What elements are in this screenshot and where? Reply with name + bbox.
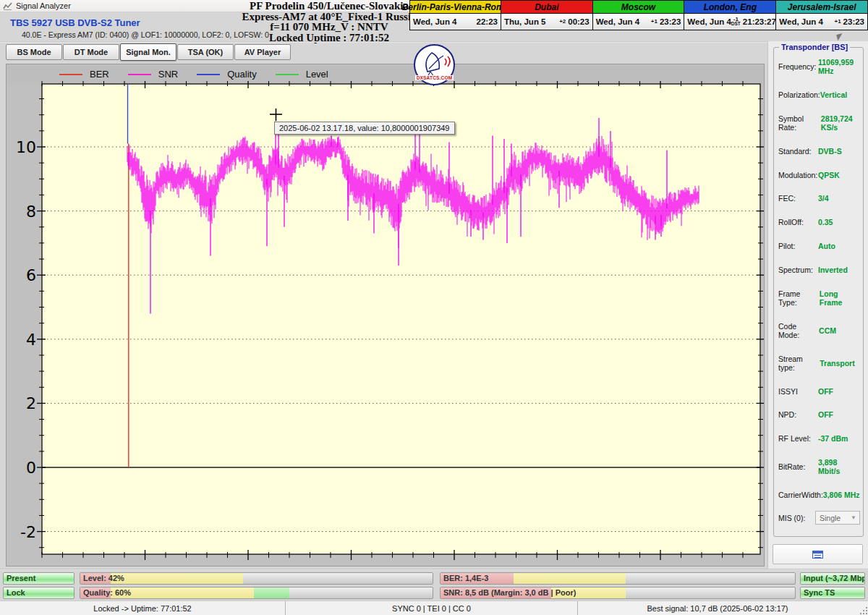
tab-bs-mode[interactable]: BS Mode xyxy=(6,44,62,60)
satellite-dish-icon xyxy=(417,47,454,77)
clock-date: Wed, Jun 4 xyxy=(687,17,731,26)
tab-dt-mode[interactable]: DT Mode xyxy=(63,44,119,60)
status-bar: Locked -> Uptime: 77:01:52 SYNC 0 | TEI … xyxy=(0,601,868,615)
tp-row-code-mode: Code Mode:CCM xyxy=(778,322,860,339)
sync-ts-indicator: Sync TS xyxy=(800,587,865,599)
dxsatcs-logo: DXSATCS.COM xyxy=(414,44,455,85)
clock-london: London, Eng Wed, Jun 4 -1 DST 21:23:27 xyxy=(684,0,776,30)
tp-row-frequency: Frequency:11069,959 MHz xyxy=(778,58,860,75)
svg-text:8: 8 xyxy=(26,203,36,221)
window-title: Signal Analyzer xyxy=(16,1,71,10)
snr-trend-chart[interactable]: 1086420-2 xyxy=(7,64,764,566)
clock-date: Wed, Jun 4 xyxy=(779,17,823,26)
site-line-2: Express-AM7 at 40°E_Fixed-1 Russia xyxy=(224,12,434,22)
clock-time: 21:23:27 xyxy=(743,17,776,26)
transponder-groupbox: Transponder [BS] Frequency:11069,959 MHz… xyxy=(773,47,864,537)
tp-row-bitrate: BitRate:3,898 Mbit/s xyxy=(778,458,860,475)
tp-row-standard: Standard:DVB-S xyxy=(778,147,860,156)
svg-text:6: 6 xyxy=(26,266,36,284)
tp-row-npd: NPD:OFF xyxy=(778,410,860,419)
clock-city-label: Jerusalem-Israel xyxy=(776,1,867,14)
clock-dubai: Dubai Thu, Jun 5 +2 00:23 xyxy=(501,0,593,30)
tp-row-modulation: Modulation:QPSK xyxy=(778,171,860,179)
chevron-down-icon: ▼ xyxy=(851,514,859,521)
clock-time: 00:23 xyxy=(568,17,589,26)
lock-indicator: Lock xyxy=(3,587,75,599)
mis-select[interactable]: Single ▼ xyxy=(815,511,860,525)
tp-row-pilot: Pilot:Auto xyxy=(778,242,860,250)
ber-bar: BER: 1,4E-3 xyxy=(440,572,796,585)
site-line-3: f=11 070 MHz_V : NNTV xyxy=(224,22,434,33)
transponder-panel: Transponder [BS] Frequency:11069,959 MHz… xyxy=(767,41,868,569)
tp-row-carrierwidth: CarrierWidth:3,806 MHz xyxy=(778,491,860,499)
quality-fill-seg xyxy=(111,588,254,598)
tp-row-spectrum: Spectrum:Inverted xyxy=(778,266,860,274)
status-sync-counters: SYNC 0 | TEI 0 | CC 0 xyxy=(285,601,578,615)
status-uptime: Locked -> Uptime: 77:01:52 xyxy=(0,601,285,615)
world-clocks: Berlin-Paris-Vienna-Roma Wed, Jun 4 22:2… xyxy=(409,0,868,30)
clock-date: Thu, Jun 5 xyxy=(504,17,546,26)
tp-row-rolloff: RollOff:0.35 xyxy=(778,218,860,226)
transport-list-button[interactable] xyxy=(773,544,863,564)
tp-row-rf-level: RF Level:-37 dBm xyxy=(778,434,860,443)
mis-row: MIS (0): Single ▼ xyxy=(778,511,860,525)
clock-offset: +1 xyxy=(834,20,841,25)
level-fill-seg xyxy=(111,573,244,584)
ber-fill-seg xyxy=(514,573,625,584)
bars-divider xyxy=(0,569,868,570)
clock-moscow: Moscow Wed, Jun 4 +1 23:23 xyxy=(593,0,685,30)
status-best-signal: Best signal: 10,7 dB (2025-06-02 13:17) xyxy=(578,601,857,615)
mouse-cursor-icon: ◤ xyxy=(835,31,844,42)
tuner-name: TBS 5927 USB DVB-S2 Tuner xyxy=(10,17,140,28)
tp-row-symbol-rate: Symbol Rate:2819,724 KS/s xyxy=(778,114,860,132)
clock-dst-note: DST xyxy=(731,22,741,27)
svg-text:-2: -2 xyxy=(20,523,36,541)
svg-text:0: 0 xyxy=(26,459,36,477)
tp-row-polarization: Polarization:Vertical xyxy=(778,90,860,99)
chart-tooltip: 2025-06-02 13.17.18, value: 10,800000190… xyxy=(274,122,455,135)
svg-text:4: 4 xyxy=(26,331,36,349)
tab-tsa[interactable]: TSA (OK) xyxy=(177,44,234,60)
app-icon xyxy=(3,2,12,10)
list-icon xyxy=(812,551,823,559)
svg-text:2: 2 xyxy=(26,394,36,412)
clock-date: Wed, Jun 4 xyxy=(413,17,457,26)
tp-row-fec: FEC:3/4 xyxy=(778,194,860,203)
clock-city-label: Berlin-Paris-Vienna-Roma xyxy=(410,1,501,14)
quality-green-seg xyxy=(254,588,290,598)
clock-time: 22:23 xyxy=(477,17,498,26)
clock-city-label: Moscow xyxy=(593,1,684,14)
snr-bar: SNR: 8,5 dB (Margin: 3,0 dB | Poor) xyxy=(440,587,796,599)
clock-time: 23:23 xyxy=(843,17,864,26)
clock-city-label: Dubai xyxy=(501,1,592,14)
logo-text: DXSATCS.COM xyxy=(415,75,454,80)
tp-row-issyi: ISSYIOFF xyxy=(778,387,860,396)
svg-text:10: 10 xyxy=(16,138,36,156)
clock-time: 23:23 xyxy=(660,17,681,26)
clock-jerusalem: Jerusalem-Israel Wed, Jun 4 +1 23:23 xyxy=(776,0,868,30)
tab-signal-mon[interactable]: Signal Mon. xyxy=(120,43,176,61)
present-indicator: Present xyxy=(3,572,75,585)
level-bar: Level: 42% xyxy=(80,572,433,585)
resize-grip[interactable] xyxy=(859,606,868,615)
input-indicator: Input (~3,72 Mbps) xyxy=(800,572,865,585)
tp-row-frame-type: Frame Type:Long Frame xyxy=(778,289,860,307)
tab-av-player[interactable]: AV Player xyxy=(234,44,291,60)
transponder-title: Transponder [BS] xyxy=(779,43,850,51)
clock-offset: +2 xyxy=(559,20,566,25)
clock-offset: +1 xyxy=(651,20,658,25)
clock-berlin: Berlin-Paris-Vienna-Roma Wed, Jun 4 22:2… xyxy=(409,0,501,30)
header-divider xyxy=(0,41,868,43)
tab-bar: BS Mode DT Mode Signal Mon. TSA (OK) AV … xyxy=(6,44,292,61)
transponder-rows: Frequency:11069,959 MHz Polarization:Ver… xyxy=(778,58,860,499)
quality-bar: Quality: 60% xyxy=(80,587,433,599)
signal-chart-panel: BER SNR Quality Level 1086420-2 2025-06-… xyxy=(6,64,765,567)
clock-date: Wed, Jun 4 xyxy=(596,17,640,26)
tp-row-stream-type: Stream type:Transport xyxy=(778,355,860,372)
clock-city-label: London, Eng xyxy=(684,1,775,14)
